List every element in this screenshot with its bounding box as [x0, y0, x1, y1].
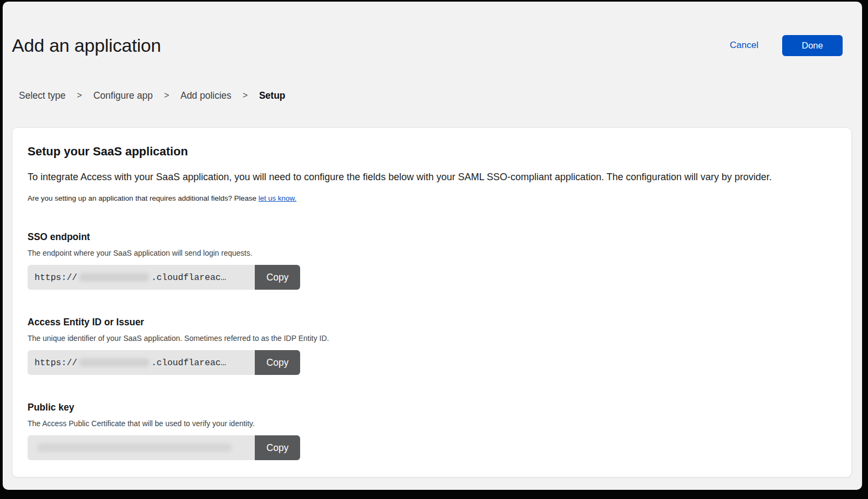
redacted-value-blur	[79, 358, 150, 367]
access-entity-id-row: https:// .cloudflareac… Copy	[28, 350, 300, 375]
url-prefix: https://	[35, 272, 77, 283]
access-entity-id-label: Access Entity ID or Issuer	[28, 317, 836, 328]
access-entity-id-value[interactable]: https:// .cloudflareac…	[28, 350, 255, 375]
card-note-text: Are you setting up an application that r…	[28, 194, 256, 202]
breadcrumb-step-select-type[interactable]: Select type	[19, 90, 66, 101]
breadcrumb-separator: >	[164, 90, 169, 101]
card-note: Are you setting up an application that r…	[28, 194, 836, 203]
sso-endpoint-value[interactable]: https:// .cloudflareac…	[28, 265, 255, 290]
setup-card: Setup your SaaS application To integrate…	[12, 127, 852, 477]
breadcrumb-step-add-policies[interactable]: Add policies	[180, 90, 231, 101]
sso-endpoint-label: SSO endpoint	[28, 231, 836, 243]
breadcrumb-separator: >	[243, 90, 248, 101]
field-public-key: Public key The Access Public Certificate…	[28, 402, 836, 460]
done-button[interactable]: Done	[782, 35, 843, 56]
url-prefix: https://	[35, 358, 77, 368]
cancel-button[interactable]: Cancel	[730, 40, 758, 51]
field-sso-endpoint: SSO endpoint The endpoint where your Saa…	[28, 231, 836, 290]
let-us-know-link[interactable]: let us know.	[259, 194, 297, 202]
public-key-description: The Access Public Certificate that will …	[28, 419, 836, 428]
page-header: Add an application Cancel Done	[12, 34, 843, 57]
public-key-label: Public key	[28, 402, 836, 413]
public-key-value[interactable]	[28, 435, 255, 460]
card-title: Setup your SaaS application	[28, 145, 836, 159]
header-actions: Cancel Done	[730, 35, 843, 56]
field-access-entity-id: Access Entity ID or Issuer The unique id…	[28, 317, 836, 375]
sso-endpoint-copy-button[interactable]: Copy	[255, 265, 300, 290]
redacted-value-blur	[79, 273, 150, 282]
add-application-page: Add an application Cancel Done Select ty…	[3, 2, 862, 490]
public-key-copy-button[interactable]: Copy	[255, 435, 300, 460]
access-entity-id-copy-button[interactable]: Copy	[255, 350, 300, 375]
access-entity-id-description: The unique identifier of your SaaS appli…	[28, 334, 836, 343]
breadcrumb: Select type > Configure app > Add polici…	[19, 90, 862, 101]
redacted-value-blur	[37, 443, 232, 452]
sso-endpoint-row: https:// .cloudflareac… Copy	[28, 265, 300, 290]
breadcrumb-separator: >	[77, 90, 82, 101]
url-suffix: .cloudflareac…	[151, 358, 226, 368]
public-key-row: Copy	[28, 435, 300, 460]
sso-endpoint-description: The endpoint where your SaaS application…	[28, 249, 836, 258]
breadcrumb-step-setup: Setup	[259, 90, 286, 101]
page-title: Add an application	[12, 34, 161, 57]
card-intro-text: To integrate Access with your SaaS appli…	[28, 171, 836, 183]
breadcrumb-step-configure-app[interactable]: Configure app	[93, 90, 153, 101]
url-suffix: .cloudflareac…	[151, 272, 226, 283]
